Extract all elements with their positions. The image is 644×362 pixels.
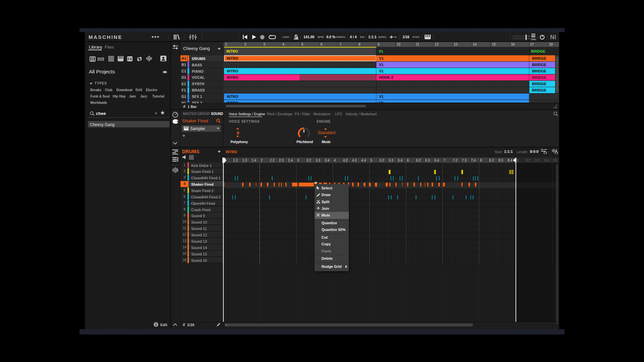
svg-text:FX: FX bbox=[128, 57, 132, 61]
